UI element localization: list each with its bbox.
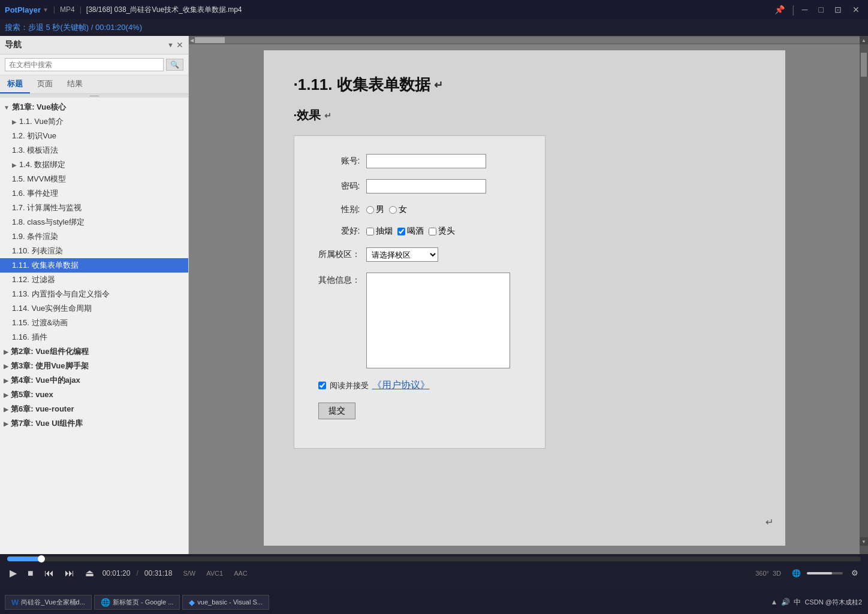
system-tray: ▲ 🔊 中 CSDN @符木成桂2 xyxy=(771,597,862,607)
tree-label-1.12: 1.12. 过滤器 xyxy=(12,274,55,285)
tab-title[interactable]: 标题 xyxy=(0,75,30,93)
tree-item-1.13[interactable]: 1.13. 内置指令与自定义指令 xyxy=(0,287,188,301)
prev-btn[interactable]: ⏮ xyxy=(42,567,56,580)
campus-select[interactable]: 请选择校区 北京校区 上海校区 深圳校区 武汉校区 xyxy=(366,247,438,262)
page-return-arrow: ↵ xyxy=(765,516,773,528)
next-btn[interactable]: ⏭ xyxy=(62,567,77,580)
video-controls: ▶ ■ ⏮ ⏭ ⏏ 00:01:20 / 00:31:18 S/W AVC1 A… xyxy=(0,554,868,590)
codec-video: AVC1 xyxy=(206,570,223,577)
tree-label-ch4: 第4章: Vue中的ajax xyxy=(11,375,80,386)
tree-label-1.4: 1.4. 数据绑定 xyxy=(19,159,65,170)
submit-button[interactable]: 提交 xyxy=(318,403,355,419)
tree-item-ch1[interactable]: ▼ 第1章: Vue核心 xyxy=(0,100,188,114)
tree-item-ch7[interactable]: ▶ 第7章: Vue UI组件库 xyxy=(0,416,188,431)
progress-bar[interactable] xyxy=(7,556,861,561)
minimize-btn[interactable]: ─ xyxy=(798,4,812,16)
tree-item-ch6[interactable]: ▶ 第6章: vue-router xyxy=(0,402,188,416)
restore-btn[interactable]: □ xyxy=(815,4,827,16)
scroll-thumb-v[interactable] xyxy=(861,53,867,77)
tree-label-ch2: 第2章: Vue组件化编程 xyxy=(11,346,89,357)
close-btn[interactable]: ✕ xyxy=(849,4,863,16)
search-input[interactable] xyxy=(5,58,164,71)
checkbox-smoke[interactable] xyxy=(366,228,374,235)
tray-text: CSDN @符木成桂2 xyxy=(804,598,862,607)
taskbar-chrome-label: 新标签页 - Google ... xyxy=(113,598,173,607)
tree-item-1.2[interactable]: 1.2. 初识Vue xyxy=(0,129,188,143)
tree-item-1.5[interactable]: 1.5. MVVM模型 xyxy=(0,172,188,186)
radio-female[interactable] xyxy=(389,206,397,214)
scroll-down-btn[interactable]: ▼ xyxy=(861,539,866,545)
other-info-textarea[interactable] xyxy=(366,273,510,368)
volume-slider[interactable] xyxy=(807,572,843,574)
player-window: PotPlayer ▼ | MP4 | [38/168] 038_尚硅谷Vue技… xyxy=(0,0,868,614)
tree-item-1.14[interactable]: 1.14. Vue实例生命周期 xyxy=(0,301,188,316)
tree-label-1.15: 1.15. 过渡&动画 xyxy=(12,317,68,328)
degree-info: 360° 3D xyxy=(755,570,781,577)
form-container: 账号: 密码: 性别: xyxy=(294,135,545,449)
tree-item-1.12[interactable]: 1.12. 过滤器 xyxy=(0,273,188,287)
stop-btn[interactable]: ■ xyxy=(25,567,36,580)
maximize-btn[interactable]: ⊡ xyxy=(831,4,845,16)
vertical-scrollbar[interactable]: ▲ ▼ xyxy=(860,36,868,554)
tree-item-1.3[interactable]: 1.3. 模板语法 xyxy=(0,143,188,158)
checkbox-drink[interactable] xyxy=(397,228,405,235)
hobby-drink-label: 喝酒 xyxy=(407,226,424,237)
app-name: PotPlayer xyxy=(5,5,41,14)
taskbar-item-word[interactable]: W 尚硅谷_Vue全家桶d... xyxy=(5,595,92,610)
settings-btn[interactable]: ⚙ xyxy=(849,567,861,579)
lang-indicator: 🌐 xyxy=(792,569,801,577)
taskbar-item-chrome[interactable]: 🌐 新标签页 - Google ... xyxy=(94,595,180,610)
tree-item-1.10[interactable]: 1.10. 列表渲染 xyxy=(0,244,188,258)
tree-item-1.15[interactable]: 1.15. 过渡&动画 xyxy=(0,316,188,330)
password-input[interactable] xyxy=(366,179,486,193)
radio-male[interactable] xyxy=(366,206,374,214)
scroll-track-h[interactable] xyxy=(195,37,862,43)
tree-label-1.5: 1.5. MVVM模型 xyxy=(12,174,66,184)
agreement-checkbox[interactable] xyxy=(318,382,326,389)
tree-item-1.11[interactable]: 1.11. 收集表单数据 xyxy=(0,258,188,273)
scroll-thumb-h[interactable] xyxy=(195,37,225,43)
scroll-up-btn[interactable]: ▲ xyxy=(861,38,866,43)
taskbar-item-vscode[interactable]: ◆ vue_basic - Visual S... xyxy=(182,595,269,610)
checkbox-perm[interactable] xyxy=(429,228,436,235)
scroll-left-btn[interactable]: ◀ xyxy=(190,38,194,43)
password-label: 密码: xyxy=(318,181,360,192)
tab-page[interactable]: 页面 xyxy=(30,75,60,93)
play-btn[interactable]: ▶ xyxy=(7,566,19,580)
sidebar-dropdown[interactable]: ▼ xyxy=(167,41,174,49)
search-hint: 搜索：步退 5 秒(关键帧) / 00:01:20(4%) xyxy=(5,22,142,33)
tree-label-1.16: 1.16. 插件 xyxy=(12,332,47,343)
gender-male-label: 男 xyxy=(376,204,384,215)
arrow-ch1: ▼ xyxy=(4,104,10,111)
sidebar-title: 导航 xyxy=(5,40,22,50)
tree-item-ch2[interactable]: ▶ 第2章: Vue组件化编程 xyxy=(0,344,188,359)
gender-female-label: 女 xyxy=(399,204,407,215)
horizontal-scrollbar[interactable]: ◀ ▶ xyxy=(189,36,868,44)
tray-vol: 中 xyxy=(794,597,801,607)
doc-title-text: ·1.11. 收集表单数据 xyxy=(294,74,430,95)
tree-item-ch4[interactable]: ▶ 第4章: Vue中的ajax xyxy=(0,373,188,388)
open-btn[interactable]: ⏏ xyxy=(83,566,97,580)
tree-item-1.16[interactable]: 1.16. 插件 xyxy=(0,330,188,344)
pin-btn[interactable]: 📌 xyxy=(771,4,788,16)
sidebar-close-btn[interactable]: ✕ xyxy=(176,40,183,50)
gender-male: 男 xyxy=(366,204,384,215)
tree-item-1.9[interactable]: 1.9. 条件渲染 xyxy=(0,229,188,244)
cursor-mark: ↵ xyxy=(434,78,443,92)
agreement-link[interactable]: 《用户协议》 xyxy=(372,379,430,392)
tree-item-ch3[interactable]: ▶ 第3章: 使用Vue脚手架 xyxy=(0,359,188,373)
tree-item-1.7[interactable]: 1.7. 计算属性与监视 xyxy=(0,201,188,215)
taskbar-vscode-label: vue_basic - Visual S... xyxy=(197,598,263,606)
progress-thumb[interactable] xyxy=(38,555,45,562)
tree-item-1.8[interactable]: 1.8. class与style绑定 xyxy=(0,215,188,229)
tab-result[interactable]: 结果 xyxy=(60,75,90,93)
account-input[interactable] xyxy=(366,154,486,168)
tree-item-1.1[interactable]: ▶ 1.1. Vue简介 xyxy=(0,114,188,129)
tree-item-1.4[interactable]: ▶ 1.4. 数据绑定 xyxy=(0,158,188,172)
app-logo[interactable]: PotPlayer ▼ xyxy=(5,5,49,14)
search-button[interactable]: 🔍 xyxy=(166,59,183,71)
dropdown-arrow[interactable]: ▼ xyxy=(43,7,49,13)
separator2: | xyxy=(80,5,82,14)
tree-item-1.6[interactable]: 1.6. 事件处理 xyxy=(0,186,188,201)
tree-item-ch5[interactable]: ▶ 第5章: vuex xyxy=(0,388,188,402)
